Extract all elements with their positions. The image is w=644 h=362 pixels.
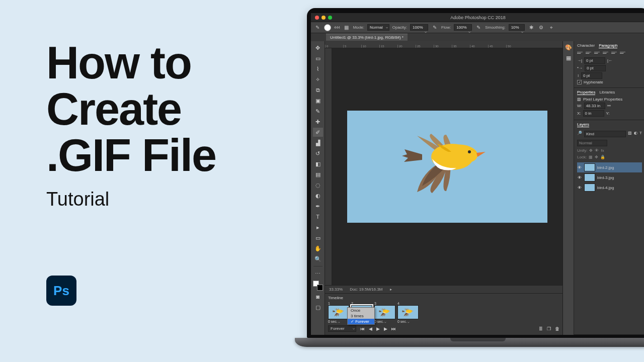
canvas-viewport[interactable]: [332, 48, 562, 285]
pressure-opacity-icon[interactable]: ✎: [431, 24, 438, 31]
loop-option[interactable]: ✓ Forever: [348, 319, 374, 324]
delete-frame-button[interactable]: 🗑: [555, 326, 559, 331]
paragraph-tab[interactable]: Paragraph: [599, 43, 617, 48]
settings-gear-icon[interactable]: ⚙: [538, 24, 545, 31]
layer-visibility-icon[interactable]: 👁: [577, 175, 582, 180]
timeline-frame[interactable]: 1: [328, 302, 349, 323]
brush-tool-icon[interactable]: ✎: [314, 24, 321, 31]
next-frame-button[interactable]: ▶: [384, 326, 387, 331]
color-swatches[interactable]: [313, 281, 323, 291]
shape-tool-icon[interactable]: ▭: [313, 233, 323, 242]
blur-tool-icon[interactable]: ◌: [313, 180, 323, 190]
unify-position-icon[interactable]: ✥: [589, 148, 593, 153]
layer-row[interactable]: 👁bird-2.jpg: [577, 162, 642, 172]
prev-frame-button[interactable]: ◀: [369, 326, 372, 331]
status-arrow-icon[interactable]: ▸: [390, 287, 392, 292]
loop-option[interactable]: Once: [348, 308, 374, 313]
layer-visibility-icon[interactable]: 👁: [577, 186, 582, 190]
indent-first-input[interactable]: 0 pt: [585, 65, 606, 71]
gradient-tool-icon[interactable]: ▤: [313, 170, 323, 179]
clone-stamp-tool-icon[interactable]: ▟: [313, 138, 323, 147]
loop-count-menu[interactable]: Once3 times✓ Forever: [347, 307, 375, 325]
first-frame-button[interactable]: ⏮: [360, 326, 365, 331]
ruler-vertical[interactable]: [325, 48, 332, 285]
screen-mode-icon[interactable]: ▢: [313, 303, 323, 312]
svg-point-3: [342, 311, 342, 311]
properties-tab[interactable]: Properties: [577, 90, 595, 95]
filter-pixel-icon[interactable]: ▧: [628, 131, 632, 137]
layer-row[interactable]: 👁bird-4.jpg: [577, 183, 642, 193]
loop-option[interactable]: 3 times: [348, 313, 374, 319]
timeline-title: Timeline: [328, 296, 559, 300]
opacity-select[interactable]: 100%: [410, 24, 428, 31]
libraries-tab[interactable]: Libraries: [599, 90, 615, 95]
swatches-panel-icon[interactable]: ▦: [566, 55, 571, 61]
blend-mode-select[interactable]: Normal: [367, 24, 389, 31]
document-tab[interactable]: Untitled1 @ 33.3% (bird-1.jpg, RGB/8#) *: [326, 34, 408, 41]
layer-visibility-icon[interactable]: 👁: [577, 165, 582, 170]
blend-mode-layer-select[interactable]: Normal: [577, 140, 607, 146]
color-panel-icon[interactable]: 🎨: [565, 44, 572, 51]
lock-position-icon[interactable]: ✥: [595, 155, 598, 159]
filter-adjust-icon[interactable]: ◐: [634, 131, 637, 137]
close-window-button[interactable]: [315, 16, 319, 20]
hand-tool-icon[interactable]: ✋: [313, 244, 323, 253]
marquee-tool-icon[interactable]: ▭: [313, 54, 323, 63]
maximize-window-button[interactable]: [328, 16, 332, 20]
lock-all-icon[interactable]: 🔒: [600, 155, 605, 159]
link-wh-icon[interactable]: ⚯: [607, 104, 611, 108]
filter-type-icon[interactable]: T: [639, 131, 642, 137]
paragraph-align-icons[interactable]: [577, 50, 642, 55]
character-tab[interactable]: Character: [577, 43, 595, 48]
ruler-horizontal[interactable]: 05101520253035404550: [325, 41, 562, 48]
layer-filter-select[interactable]: Kind: [584, 131, 626, 137]
timeline-frame[interactable]: 3: [374, 302, 395, 323]
zoom-tool-icon[interactable]: 🔍: [313, 254, 323, 263]
lock-pixels-icon[interactable]: ▦: [589, 155, 593, 159]
history-brush-tool-icon[interactable]: ↺: [313, 149, 323, 158]
width-input[interactable]: 48.33 in: [584, 103, 605, 109]
minimize-window-button[interactable]: [321, 16, 326, 20]
crop-tool-icon[interactable]: ⧉: [313, 85, 323, 95]
doc-size[interactable]: Doc: 19.5M/16.3M: [350, 287, 382, 292]
new-frame-button[interactable]: ❐: [547, 326, 551, 331]
zoom-level[interactable]: 33.33%: [329, 287, 343, 292]
layer-row[interactable]: 👁bird-3.jpg: [577, 172, 642, 183]
layer-name: bird-3.jpg: [597, 175, 614, 180]
dodge-tool-icon[interactable]: ◐: [313, 191, 323, 200]
type-tool-icon[interactable]: T: [313, 212, 323, 221]
svg-point-7: [388, 311, 388, 311]
brush-size-value[interactable]: 444: [334, 26, 340, 29]
brush-panel-icon[interactable]: ▦: [343, 24, 350, 31]
layers-tab[interactable]: Layers: [577, 122, 589, 127]
indent-left-input[interactable]: 0 pt: [584, 57, 605, 64]
tween-button[interactable]: ≣: [539, 326, 543, 331]
pen-tool-icon[interactable]: ✒: [313, 202, 323, 211]
x-input[interactable]: 0 in: [583, 110, 604, 117]
move-tool-icon[interactable]: ✥: [313, 43, 323, 52]
quick-mask-icon[interactable]: ◙: [313, 292, 323, 301]
healing-brush-tool-icon[interactable]: ✚: [313, 117, 323, 126]
eyedropper-tool-icon[interactable]: ✎: [313, 107, 323, 116]
smoothing-select[interactable]: 10%: [509, 24, 525, 31]
unify-visibility-icon[interactable]: 👁: [595, 148, 599, 153]
eraser-tool-icon[interactable]: ◧: [313, 159, 323, 168]
hyphenate-checkbox[interactable]: ✓: [577, 80, 582, 84]
timeline-frame[interactable]: 4: [397, 302, 419, 323]
edit-toolbar-icon[interactable]: ⋯: [313, 269, 323, 278]
quick-select-tool-icon[interactable]: ✧: [313, 75, 323, 84]
last-frame-button[interactable]: ⏭: [391, 326, 396, 331]
brush-tool-icon-selected[interactable]: ✐: [313, 128, 323, 137]
airbrush-icon[interactable]: ✎: [475, 24, 482, 31]
smoothing-options-icon[interactable]: ✱: [528, 24, 535, 31]
flow-select[interactable]: 100%: [454, 24, 472, 31]
loop-count-select[interactable]: Forever: [328, 325, 356, 332]
unify-style-icon[interactable]: fx: [601, 148, 604, 153]
lasso-tool-icon[interactable]: ⌇: [313, 64, 323, 73]
frame-tool-icon[interactable]: ▣: [313, 96, 323, 105]
path-select-tool-icon[interactable]: ▸: [313, 223, 323, 232]
space-before-input[interactable]: 0 pt: [581, 72, 602, 79]
symmetry-icon[interactable]: ⌖: [548, 24, 555, 31]
play-button[interactable]: ▶: [376, 326, 380, 331]
brush-preview-icon[interactable]: [324, 24, 331, 31]
